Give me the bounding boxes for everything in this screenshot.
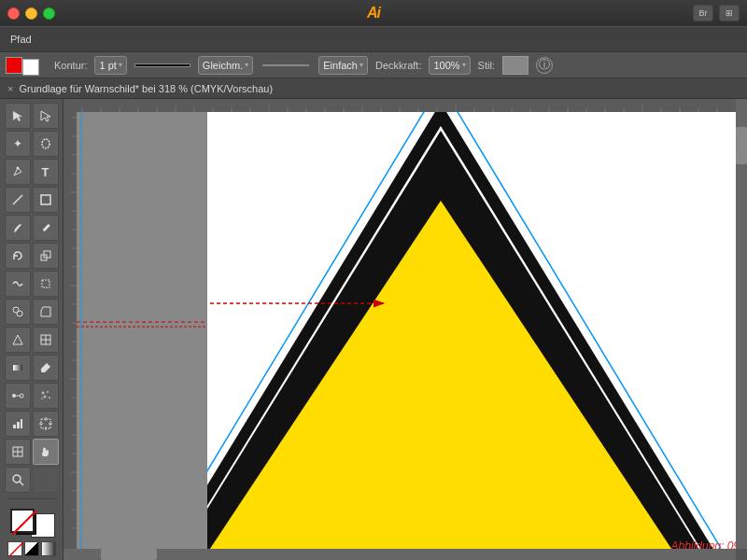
- selection-tool[interactable]: [5, 103, 31, 129]
- scrollbar-thumb-v[interactable]: [736, 127, 747, 164]
- stroke-style-2-dropdown[interactable]: Einfach ▾: [318, 56, 368, 75]
- document-tab: × Grundlage für Warnschild* bei 318 % (C…: [0, 78, 747, 99]
- slice-tool[interactable]: [5, 439, 31, 465]
- svg-point-17: [12, 394, 16, 398]
- blend-tool[interactable]: [5, 383, 31, 409]
- artboard-tool[interactable]: [33, 411, 59, 437]
- svg-rect-25: [13, 425, 16, 428]
- stroke-weight-dropdown[interactable]: 1 pt ▾: [94, 56, 126, 75]
- tool-row-13: [5, 439, 59, 465]
- tool-row-10: [5, 355, 59, 381]
- minimize-button[interactable]: [25, 7, 37, 20]
- scrollbar-horizontal[interactable]: [63, 549, 736, 560]
- scale-tool[interactable]: [33, 243, 59, 269]
- svg-point-36: [13, 475, 21, 483]
- svg-line-38: [12, 511, 36, 535]
- stroke-style-1-dropdown[interactable]: Gleichm. ▾: [198, 56, 253, 75]
- svg-line-2: [13, 195, 22, 204]
- svg-line-10: [13, 335, 18, 344]
- doc-title: Grundlage für Warnschild* bei 318 % (CMY…: [19, 83, 273, 94]
- svg-point-21: [47, 391, 49, 393]
- canvas-left-svg: [77, 112, 207, 549]
- live-paint-tool[interactable]: [33, 299, 59, 325]
- menubar: Pfad: [0, 26, 747, 52]
- svg-point-0: [42, 139, 49, 148]
- titlebar: Ai Br ⊞: [0, 0, 747, 26]
- placeholder-tool: [33, 467, 59, 493]
- color-mode-gradient[interactable]: [41, 541, 56, 556]
- perspective-grid-tool[interactable]: [5, 327, 31, 353]
- graph-tool[interactable]: [5, 411, 31, 437]
- direct-selection-tool[interactable]: [33, 103, 59, 129]
- svg-point-22: [43, 396, 46, 399]
- stroke-style-preview2: [262, 64, 309, 66]
- warp-tool[interactable]: [5, 271, 31, 297]
- line-tool[interactable]: [5, 187, 31, 213]
- ruler-vertical: [63, 99, 77, 549]
- text-tool[interactable]: T: [33, 159, 59, 185]
- deckkraft-dropdown[interactable]: 100% ▾: [429, 56, 470, 75]
- canvas-area[interactable]: Abbildung: 09: [63, 99, 747, 560]
- deckkraft-label: Deckkraft:: [375, 60, 422, 71]
- optionsbar: Kontur: 1 pt ▾ Gleichm. ▾ Einfach ▾ Deck…: [0, 52, 747, 78]
- titlebar-right: Br ⊞: [693, 5, 740, 21]
- foreground-fill-swatch[interactable]: [10, 509, 35, 533]
- tool-row-1: [5, 103, 59, 129]
- gradient-tool[interactable]: [5, 355, 31, 381]
- shape-tool[interactable]: [33, 187, 59, 213]
- free-transform-tool[interactable]: [33, 271, 59, 297]
- magic-wand-tool[interactable]: ✦: [5, 131, 31, 157]
- svg-rect-3: [41, 195, 50, 204]
- scrollbar-thumb-h[interactable]: [101, 549, 157, 560]
- info-button[interactable]: ⓘ: [536, 57, 553, 74]
- symbol-spray-tool[interactable]: [33, 383, 59, 409]
- tool-row-6: [5, 243, 59, 269]
- maximize-button[interactable]: [43, 7, 55, 20]
- svg-point-18: [20, 394, 23, 398]
- zoom-tool[interactable]: [5, 467, 31, 493]
- rotate-tool[interactable]: [5, 243, 31, 269]
- stroke-style-preview: [134, 63, 190, 67]
- eyedropper-tool[interactable]: [33, 355, 59, 381]
- svg-rect-7: [42, 280, 49, 287]
- close-button[interactable]: [7, 7, 20, 20]
- svg-point-24: [41, 398, 43, 399]
- stroke-color-swatch[interactable]: [6, 57, 22, 74]
- tool-row-8: [5, 299, 59, 325]
- lasso-tool[interactable]: [33, 131, 59, 157]
- doc-close-button[interactable]: ×: [7, 83, 13, 94]
- shape-builder-tool[interactable]: [5, 299, 31, 325]
- tool-row-4: [5, 187, 59, 213]
- canvas-left-panel: [77, 112, 207, 549]
- traffic-lights: [7, 7, 55, 20]
- tool-row-12: [5, 411, 59, 437]
- color-mode-buttons: [7, 541, 56, 556]
- mesh-tool[interactable]: [33, 327, 59, 353]
- svg-point-9: [17, 311, 22, 316]
- doc-icon[interactable]: Br: [693, 5, 713, 21]
- color-mode-none[interactable]: [24, 541, 39, 556]
- svg-line-40: [8, 542, 23, 557]
- tool-row-14: [5, 467, 59, 493]
- scrollbar-vertical[interactable]: [736, 99, 747, 549]
- hand-tool[interactable]: [33, 439, 59, 465]
- svg-point-1: [16, 167, 19, 170]
- stil-swatch[interactable]: [502, 56, 529, 75]
- warning-triangle-svg: [207, 112, 721, 549]
- svg-rect-4: [42, 224, 49, 231]
- tool-separator: [7, 498, 57, 499]
- pen-tool[interactable]: [5, 159, 31, 185]
- menu-item-pfad[interactable]: Pfad: [4, 31, 38, 48]
- pencil-tool[interactable]: [33, 215, 59, 241]
- paintbrush-tool[interactable]: [5, 215, 31, 241]
- fill-color-swatch[interactable]: [22, 59, 39, 76]
- svg-point-23: [49, 397, 50, 399]
- svg-line-37: [20, 482, 23, 485]
- toolbox: ✦ T: [0, 99, 63, 560]
- tool-row-2: ✦: [5, 131, 59, 157]
- stil-label: Stil:: [478, 60, 495, 71]
- view-options[interactable]: ⊞: [719, 5, 740, 21]
- tool-row-11: [5, 383, 59, 409]
- color-mode-solid[interactable]: [7, 541, 22, 556]
- tool-row-7: [5, 271, 59, 297]
